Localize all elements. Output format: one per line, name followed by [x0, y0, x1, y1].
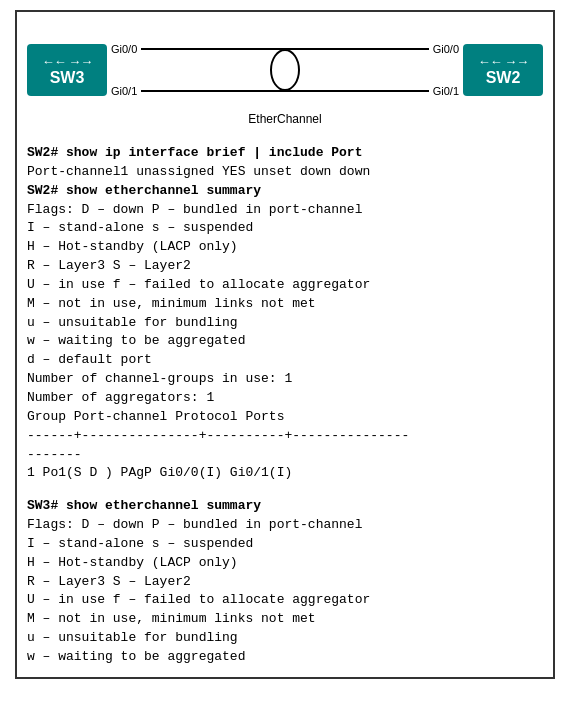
sw3-line8: u – unsuitable for bundling	[27, 629, 543, 648]
sw2-bot-port: Gi0/1	[429, 85, 463, 97]
sw2-line14: Number of aggregators: 1	[27, 389, 543, 408]
sw3-line7: M – not in use, minimum links not met	[27, 610, 543, 629]
sw2-line7: R – Layer3 S – Layer2	[27, 257, 543, 276]
sw3-line5: R – Layer3 S – Layer2	[27, 573, 543, 592]
etherchannel-label: EtherChannel	[248, 112, 321, 126]
sw3-line3: I – stand-alone s – suspended	[27, 535, 543, 554]
sw3-top-port: Gi0/0	[107, 43, 141, 55]
sw2-line11: w – waiting to be aggregated	[27, 332, 543, 351]
sw2-top-port: Gi0/0	[429, 43, 463, 55]
sw3-switch: ←← →→ SW3	[27, 44, 107, 96]
sw2-line8: U – in use f – failed to allocate aggreg…	[27, 276, 543, 295]
sw2-line4: Flags: D – down P – bundled in port-chan…	[27, 201, 543, 220]
sw2-switch: ←← →→ SW2	[463, 44, 543, 96]
network-diagram: ←← →→ SW3 Gi0/0 Gi0/0 Gi0/1	[27, 22, 543, 130]
sw3-line2: Flags: D – down P – bundled in port-chan…	[27, 516, 543, 535]
terminal-sw3: SW3# show etherchannel summary Flags: D …	[27, 497, 543, 667]
sw2-line6: H – Hot-standby (LACP only)	[27, 238, 543, 257]
sw3-line6: U – in use f – failed to allocate aggreg…	[27, 591, 543, 610]
page-container: ←← →→ SW3 Gi0/0 Gi0/0 Gi0/1	[15, 10, 555, 679]
sw3-line4: H – Hot-standby (LACP only)	[27, 554, 543, 573]
etherchannel-oval	[270, 49, 300, 91]
sw2-line10: u – unsuitable for bundling	[27, 314, 543, 333]
sw2-line18: 1 Po1(S D ) PAgP Gi0/0(I) Gi0/1(I)	[27, 464, 543, 483]
sw2-line15: Group Port-channel Protocol Ports	[27, 408, 543, 427]
sw2-line2: Port-channel1 unassigned YES unset down …	[27, 163, 543, 182]
sw2-line9: M – not in use, minimum links not met	[27, 295, 543, 314]
sw3-line9: w – waiting to be aggregated	[27, 648, 543, 667]
sw2-line13: Number of channel-groups in use: 1	[27, 370, 543, 389]
sw2-cmd2: SW2# show etherchannel summary	[27, 183, 261, 198]
sw2-cmd1: SW2# show ip interface brief | include P…	[27, 145, 362, 160]
sw3-arrows: ←← →→	[42, 54, 93, 69]
terminal-sw2: SW2# show ip interface brief | include P…	[27, 144, 543, 483]
sw2-arrows: ←← →→	[478, 54, 529, 69]
sw2-line5: I – stand-alone s – suspended	[27, 219, 543, 238]
sw3-bot-port: Gi0/1	[107, 85, 141, 97]
sw2-label: SW2	[486, 69, 521, 87]
sw3-label: SW3	[50, 69, 85, 87]
sw3-cmd1: SW3# show etherchannel summary	[27, 498, 261, 513]
sw2-line16: ------+---------------+----------+------…	[27, 427, 543, 446]
sw2-line12: d – default port	[27, 351, 543, 370]
sw2-line17: -------	[27, 446, 543, 465]
